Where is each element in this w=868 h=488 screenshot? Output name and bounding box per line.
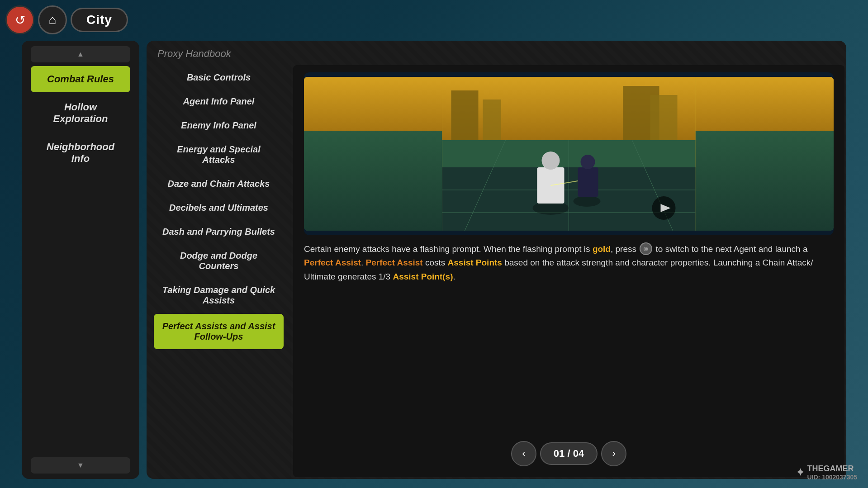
page-indicator: 01 / 04 [540,442,598,465]
top-navigation: ↺ ⌂ City [5,5,128,34]
next-icon: › [612,448,615,460]
watermark-star: ✦ [796,467,804,479]
brand-name: THEGAMER [807,464,854,473]
scroll-down-icon: ▼ [77,461,84,469]
home-icon: ⌂ [49,13,57,27]
sidebar-item-label: Hollow Exploration [53,101,108,124]
chapter-list: Basic Controls Agent Info Panel Enemy In… [147,63,291,479]
sidebar-item-combat-rules[interactable]: Combat Rules [31,66,130,92]
chapter-perfect-assists-follow-ups[interactable]: Perfect Assists and Assist Follow-Ups [154,314,284,349]
scroll-up-icon: ▲ [77,50,84,58]
left-sidebar: ▲ Combat Rules Hollow Exploration Neighb… [22,41,139,479]
svg-rect-17 [578,167,598,197]
chapter-energy-special-attacks[interactable]: Energy and Special Attacks [154,139,284,171]
svg-point-15 [542,152,560,170]
main-layout: ▲ Combat Rules Hollow Exploration Neighb… [22,41,846,479]
highlight-assist-points: Assist Points [448,258,502,267]
sidebar-scroll-down[interactable]: ▼ [31,457,130,474]
sidebar-scroll-up[interactable]: ▲ [31,46,130,62]
prev-icon: ‹ [522,448,525,460]
detail-panel: ◀ [293,65,844,477]
svg-rect-5 [650,95,678,140]
svg-rect-2 [451,90,479,140]
chapter-decibels-ultimates[interactable]: Decibels and Ultimates [154,197,284,218]
highlight-perfect-assist-1: Perfect Assist [304,258,361,267]
highlight-assist-point-s: Assist Point(s) [393,272,453,281]
action-button-icon: ⊗ [640,242,652,255]
sidebar-item-label: Neighborhood Info [47,141,114,164]
city-label: City [86,13,112,27]
nav-controls: ‹ 01 / 04 › [304,436,834,470]
sidebar-item-label: Combat Rules [47,73,114,85]
chapter-taking-damage-quick-assists[interactable]: Taking Damage and Quick Assists [154,280,284,311]
back-button[interactable]: ↺ [5,5,34,34]
sidebar-item-hollow-exploration[interactable]: Hollow Exploration [31,94,130,132]
screenshot-image [304,77,834,231]
prev-page-button[interactable]: ‹ [511,441,536,466]
highlight-perfect-assist-2: Perfect Assist [366,258,423,267]
description-text: Certain enemy attacks have a flashing pr… [304,242,834,428]
chapter-daze-chain-attacks[interactable]: Daze and Chain Attacks [154,173,284,194]
city-pill: City [71,8,128,32]
chapter-enemy-info-panel[interactable]: Enemy Info Panel [154,115,284,136]
chapter-dodge-dodge-counters[interactable]: Dodge and Dodge Counters [154,245,284,277]
screenshot-container: ◀ [304,72,834,235]
back-icon: ↺ [15,13,25,28]
handbook-title: Proxy Handbook [147,41,846,63]
highlight-gold-1: gold [593,244,611,254]
right-content: Proxy Handbook Basic Controls Agent Info… [147,41,846,479]
svg-point-18 [581,155,595,169]
content-area: Basic Controls Agent Info Panel Enemy In… [147,63,846,479]
chapter-basic-controls[interactable]: Basic Controls [154,67,284,88]
svg-rect-3 [483,99,501,140]
next-page-button[interactable]: › [601,441,626,466]
page-display: 01 / 04 [554,448,584,459]
watermark: ✦ THEGAMER UID: 1002037305 [796,464,857,481]
chapter-dash-parrying-bullets[interactable]: Dash and Parrying Bullets [154,221,284,242]
sidebar-item-neighborhood-info[interactable]: Neighborhood Info [31,134,130,172]
home-button[interactable]: ⌂ [38,5,67,34]
svg-point-16 [574,196,601,207]
chapter-agent-info-panel[interactable]: Agent Info Panel [154,91,284,112]
uid-text: UID: 1002037305 [807,474,857,481]
